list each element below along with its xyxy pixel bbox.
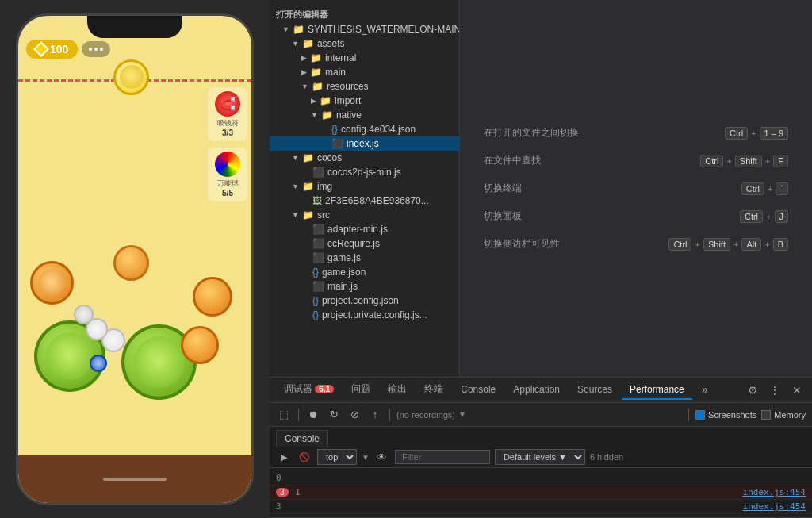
tab-sources-label: Sources [577,384,612,395]
tab-sources[interactable]: Sources [569,381,620,400]
tab-output-label: 输出 [388,383,407,394]
img-icon: 🖼 [312,195,322,206]
more-button[interactable] [82,41,110,57]
console-tab[interactable]: Console [276,430,328,447]
tab-performance[interactable]: Performance [622,381,692,400]
keyboard-shortcuts-panel: 在打开的文件之间切换 Ctrl + 1 – 9 在文件中查找 Ctrl + Sh… [460,0,812,377]
score-value: 100 [50,43,68,56]
rainbow-powerup[interactable]: 万能球 5/5 [208,148,247,201]
tree-src[interactable]: ▼ 📁 src [270,208,459,222]
log-link-1[interactable]: index.js:454 [743,487,806,497]
tree-img[interactable]: ▼ 📁 img [270,179,459,194]
tab-more[interactable]: » [694,380,716,401]
tree-import[interactable]: ▶ 📁 import [270,94,459,108]
plus: + [751,129,756,138]
reload-icon[interactable]: ↻ [326,407,342,423]
play-icon[interactable]: ▶ [276,449,292,465]
tree-internal-label: internal [325,52,356,63]
shortcut-desc-2: 在文件中查找 [484,154,541,167]
hidden-count: 6 hidden [590,452,623,462]
plus: + [765,156,770,166]
log-levels-select[interactable]: Default levels ▼ [495,449,585,465]
tree-gamejson[interactable]: {} game.json [270,265,459,279]
folder-icon: 📁 [320,95,331,106]
folder-icon: 📁 [302,181,314,192]
dot3 [100,48,103,51]
tab-debugger[interactable]: 调试器 6,1 [276,379,342,401]
key-ctrl: Ctrl [740,210,763,223]
tree-resources[interactable]: ▼ 📁 resources [270,79,459,94]
tab-application[interactable]: Application [505,381,568,400]
tree-root[interactable]: ▼ 📁 SYNTHESIS_WATERMELON-MAIN [270,22,459,36]
tree-cocos[interactable]: ▼ 📁 cocos [270,151,459,165]
tree-internal[interactable]: ▶ 📁 internal [270,51,459,65]
console-section: Console ▶ 🚫 top ▼ 👁 Default levels ▼ 6 h… [270,427,812,518]
tree-mainjs[interactable]: ⬛ main.js [270,279,459,294]
tree-config-json[interactable]: {} config.4e034.json [270,122,459,136]
tree-imgfile-label: 2F3E6B8A4BE936870... [325,195,429,206]
json-icon: {} [312,309,319,320]
filter-input[interactable] [395,450,490,464]
tree-cocos2d[interactable]: ⬛ cocos2d-js-min.js [270,165,459,179]
folder-icon: 📁 [302,209,314,221]
js-icon: ⬛ [331,138,343,149]
folder-icon: 📁 [312,81,324,92]
log-link-2[interactable]: index.js:454 [743,501,806,512]
expand-arrow: ▼ [292,211,299,219]
tree-native-label: native [336,109,362,121]
json-icon: {} [331,124,338,135]
tree-img-file[interactable]: 🖼 2F3E6B8A4BE936870... [270,194,459,208]
upload-icon[interactable]: ↑ [367,407,383,423]
tree-img-label: img [317,181,332,192]
record-icon[interactable]: ⏺ [305,407,321,423]
tab-console[interactable]: Console [453,381,504,400]
magnet-icon: 🧲 [215,91,240,117]
close-icon[interactable]: ✕ [788,382,806,399]
select-tool-icon[interactable]: ⬚ [276,407,292,423]
key-j: J [775,210,789,223]
context-select[interactable]: top [317,449,357,465]
more-icon[interactable]: ⋮ [766,382,783,399]
side-power-ups: 🧲 吸钱符 3/3 万能球 5/5 [208,87,247,201]
key-shift: Shift [703,238,730,251]
game-base [18,455,251,503]
tree-ccrequire[interactable]: ⬛ ccRequire.js [270,236,459,251]
tree-main[interactable]: ▶ 📁 main [270,65,459,79]
tree-indexjs-label: index.js [347,138,379,149]
tree-src-label: src [317,209,330,221]
plus: + [695,240,699,249]
open-editors-label: 打开的编辑器 [270,4,459,22]
separator [688,409,689,421]
tree-adapter-label: adapter-min.js [327,224,388,235]
lemon-fruit [113,59,149,95]
tab-issues[interactable]: 问题 [343,379,378,401]
stop-icon[interactable]: 🚫 [297,449,312,465]
shortcut-keys-1: Ctrl + 1 – 9 [725,127,788,140]
dot2 [94,48,98,51]
rainbow-icon [215,152,240,177]
tree-native[interactable]: ▼ 📁 native [270,108,459,122]
phone-frame: 100 🧲 吸钱符 3/3 [16,13,254,505]
tree-projectprivate[interactable]: {} project.private.config.js... [270,308,459,322]
key-ctrl: Ctrl [741,182,764,195]
screenshots-checkbox[interactable]: Screenshots [695,410,756,420]
orange-right-2 [181,326,219,364]
tree-assets[interactable]: ▼ 📁 assets [270,36,459,51]
settings-icon[interactable]: ⚙ [744,382,761,399]
tree-projectprivate-label: project.private.config.js... [322,309,427,320]
json-icon: {} [312,295,319,306]
tab-output[interactable]: 输出 [380,379,415,401]
eye-icon[interactable]: 👁 [374,449,390,465]
memory-checkbox[interactable]: Memory [761,410,806,420]
tree-projectconfig[interactable]: {} project.config.json [270,294,459,308]
tab-terminal[interactable]: 终端 [416,379,451,401]
tree-adapter[interactable]: ⬛ adapter-min.js [270,222,459,236]
tree-index-js[interactable]: ⬛ index.js [270,136,459,151]
magnet-powerup[interactable]: 🧲 吸钱符 3/3 [208,87,247,141]
orange-right [193,277,232,317]
screenshots-label: Screenshots [708,410,756,420]
file-tree: 打开的编辑器 ▼ 📁 SYNTHESIS_WATERMELON-MAIN ▼ 📁… [270,0,460,377]
separator [389,409,390,421]
clear-icon[interactable]: ⊘ [347,407,362,423]
tree-gamejs[interactable]: ⬛ game.js [270,251,459,265]
